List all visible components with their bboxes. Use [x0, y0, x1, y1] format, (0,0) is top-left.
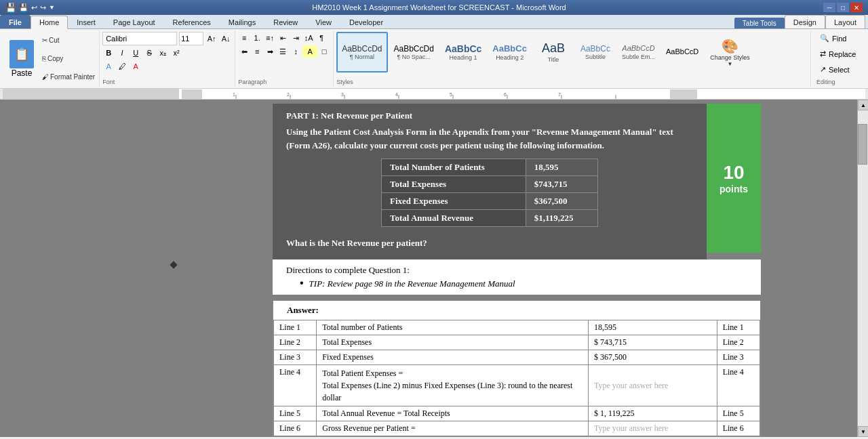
style-heading1[interactable]: AaBbCc Heading 1 — [440, 32, 486, 72]
style-heading1-label: Heading 1 — [450, 54, 477, 61]
font-color-button[interactable]: A — [130, 60, 142, 72]
format-painter-button[interactable]: 🖌 Format Painter — [41, 72, 96, 81]
minimize-button[interactable]: ─ — [823, 3, 835, 12]
main-area: 10 points PART 1: Net Revenue per Patien… — [0, 100, 868, 437]
scrollbar-thumb[interactable] — [858, 124, 867, 165]
ribbon: 📋 Paste ✂ Cut ⎘ Copy 🖌 Format Painter A↑… — [0, 29, 868, 89]
table-row: Total Expenses $743,715 — [382, 176, 598, 193]
text-effect-button[interactable]: A — [102, 60, 115, 72]
sort-button[interactable]: ↕A — [302, 32, 315, 44]
highlight-button[interactable]: 🖊 — [116, 60, 128, 72]
border-button[interactable]: □ — [318, 45, 330, 58]
svg-rect-1 — [182, 89, 202, 99]
style-no-spacing[interactable]: AaBbCcDd ¶ No Spac... — [389, 32, 439, 72]
paste-button[interactable]: 📋 Paste — [5, 32, 38, 85]
font-name-input[interactable] — [102, 32, 177, 45]
svg-text:3: 3 — [341, 92, 344, 97]
tab-review[interactable]: Review — [264, 15, 307, 28]
style-extra[interactable]: AaBbCcD — [661, 32, 703, 72]
italic-button[interactable]: I — [116, 47, 128, 59]
style-title[interactable]: AaB Title — [533, 32, 574, 72]
show-hide-button[interactable]: ¶ — [315, 32, 328, 44]
line-spacing-button[interactable]: ↕ — [290, 45, 302, 58]
tab-page-layout[interactable]: Page Layout — [104, 15, 164, 28]
scroll-up-button[interactable]: ▲ — [858, 100, 868, 110]
tab-mailings[interactable]: Mailings — [220, 15, 264, 28]
save-icon[interactable]: 💾 — [19, 3, 28, 12]
bold-button[interactable]: B — [102, 47, 115, 59]
style-heading2-preview: AaBbCc — [492, 43, 527, 54]
tab-design[interactable]: Design — [785, 15, 825, 28]
table-row: Total Number of Patients 18,595 — [382, 159, 598, 176]
align-center-button[interactable]: ≡ — [251, 45, 263, 58]
document-page: 10 points PART 1: Net Revenue per Patien… — [273, 104, 761, 437]
table-row: Line 6 Gross Revenue per Patient = Type … — [274, 421, 760, 436]
find-button[interactable]: 🔍 Find — [816, 32, 860, 45]
scroll-down-button[interactable]: ▼ — [858, 426, 868, 437]
increase-indent-button[interactable]: ⇥ — [290, 32, 302, 44]
tab-layout[interactable]: Layout — [825, 15, 865, 28]
justify-button[interactable]: ☰ — [277, 45, 289, 58]
shrink-font-button[interactable]: A↓ — [220, 33, 232, 45]
tab-home[interactable]: Home — [31, 16, 68, 29]
tab-view[interactable]: View — [307, 15, 340, 28]
table-row: Line 1 Total number of Patients 18,595 L… — [274, 320, 760, 335]
redo-icon[interactable]: ↪ — [40, 3, 46, 12]
bullets-button[interactable]: ≡ — [238, 32, 250, 44]
change-styles-arrow: ▼ — [728, 61, 733, 67]
format-painter-icon: 🖌 — [42, 73, 49, 81]
undo-icon[interactable]: ↩ — [31, 3, 37, 12]
tab-developer[interactable]: Developer — [340, 15, 392, 28]
align-right-button[interactable]: ➡ — [264, 45, 276, 58]
vertical-scrollbar[interactable]: ▲ ▼ — [857, 100, 868, 437]
style-subtitle[interactable]: AaBbCc Subtitle — [575, 32, 616, 72]
style-subtitle-label: Subtitle — [585, 54, 606, 60]
scrollbar-track[interactable] — [858, 110, 868, 426]
style-normal-preview: AaBbCcDd — [342, 44, 382, 54]
style-no-spacing-preview: AaBbCcDd — [394, 44, 434, 54]
style-normal[interactable]: AaBbCcDd ¶ Normal — [336, 32, 387, 72]
points-label: points — [719, 184, 748, 194]
svg-text:7: 7 — [558, 92, 561, 97]
underline-button[interactable]: U — [130, 47, 142, 59]
window-controls[interactable]: ─ □ ✕ — [823, 3, 863, 12]
align-left-button[interactable]: ⬅ — [238, 45, 250, 58]
tab-insert[interactable]: Insert — [68, 15, 104, 28]
data-table: Total Number of Patients 18,595 Total Ex… — [381, 159, 598, 227]
select-button[interactable]: ↗ Select — [816, 63, 860, 76]
subscript-button[interactable]: x₂ — [157, 47, 169, 59]
paragraph-group-label: Paragraph — [238, 79, 330, 85]
font-size-input[interactable] — [179, 32, 203, 45]
multilevel-button[interactable]: ≡↑ — [264, 32, 276, 44]
strikethrough-button[interactable]: S — [143, 47, 155, 59]
points-number: 10 — [723, 162, 744, 184]
replace-button[interactable]: ⇄ Replace — [816, 47, 860, 60]
table-tools-badge: Table Tools — [734, 18, 785, 28]
table-row: Line 2 Total Expenses $ 743,715 Line 2 — [274, 335, 760, 350]
maximize-button[interactable]: □ — [837, 3, 849, 12]
close-button[interactable]: ✕ — [850, 3, 863, 12]
customize-icon[interactable]: ▼ — [49, 4, 55, 11]
paste-icon: 📋 — [9, 40, 34, 68]
cut-button[interactable]: ✂ Cut — [41, 36, 96, 45]
svg-text:1: 1 — [233, 92, 235, 97]
ruler-left — [3, 89, 179, 99]
font-group: A↑ A↓ B I U S x₂ x² A 🖊 A Font — [100, 30, 235, 87]
superscript-button[interactable]: x² — [170, 47, 182, 59]
title-bar: 💾 💾 ↩ ↪ ▼ HM2010 Week 1 Assignment Works… — [0, 0, 868, 15]
numbering-button[interactable]: 1. — [251, 32, 263, 44]
dark-section: PART 1: Net Revenue per Patient Using th… — [273, 104, 707, 259]
shading-button[interactable]: A — [302, 45, 317, 58]
document-scroll-area: 10 points PART 1: Net Revenue per Patien… — [176, 100, 857, 437]
green-sidebar: 10 points — [707, 104, 761, 253]
style-heading2[interactable]: AaBbCc Heading 2 — [488, 32, 532, 72]
ruler-main: 1 2 3 4 5 6 7 — [179, 89, 865, 99]
grow-font-button[interactable]: A↑ — [205, 33, 218, 45]
copy-button[interactable]: ⎘ Copy — [41, 54, 96, 63]
style-subtle-em[interactable]: AaBbCcD Subtle Em... — [617, 32, 660, 72]
tab-file[interactable]: File — [0, 15, 31, 28]
table-row: Line 3 Fixed Expenses $ 367,500 Line 3 — [274, 350, 760, 365]
decrease-indent-button[interactable]: ⇤ — [277, 32, 289, 44]
change-styles-button[interactable]: 🎨 Change Styles ▼ — [705, 37, 755, 68]
tab-references[interactable]: References — [164, 15, 220, 28]
